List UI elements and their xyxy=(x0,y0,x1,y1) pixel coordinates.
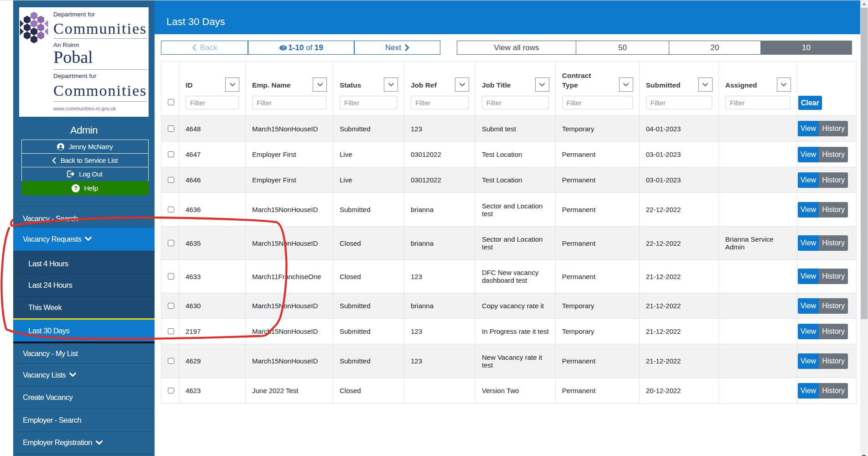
svg-text:?: ? xyxy=(74,185,78,192)
